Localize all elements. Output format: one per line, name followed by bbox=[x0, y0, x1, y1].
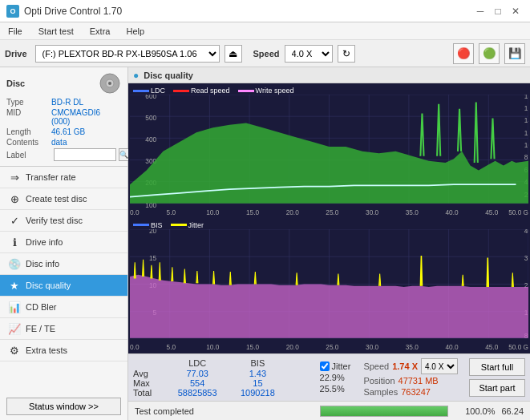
progress-percent: 100.0% bbox=[455, 406, 495, 416]
total-label: Total bbox=[133, 388, 165, 398]
verify-test-disc-label: Verify test disc bbox=[26, 216, 83, 225]
svg-text:50.0 GB: 50.0 GB bbox=[508, 342, 528, 351]
svg-text:25.0: 25.0 bbox=[326, 208, 338, 216]
avg-jitter: 22.9% bbox=[320, 373, 345, 382]
avg-ldc: 77.03 bbox=[165, 369, 229, 378]
drive-label: Drive bbox=[5, 49, 27, 59]
jitter-section: Jitter 22.9% 25.5% bbox=[315, 361, 356, 394]
save-button[interactable]: 💾 bbox=[504, 43, 525, 64]
refresh-button[interactable]: ↻ bbox=[338, 45, 355, 63]
ldc-legend-label: LDC bbox=[151, 87, 165, 95]
sidebar-item-verify-test-disc[interactable]: ✓ Verify test disc bbox=[0, 210, 127, 232]
start-part-button[interactable]: Start part bbox=[469, 379, 525, 397]
svg-text:20.0: 20.0 bbox=[286, 342, 299, 351]
sidebar-item-transfer-rate[interactable]: ⇒ Transfer rate bbox=[0, 167, 127, 188]
write-speed-legend-label: Write speed bbox=[256, 87, 294, 95]
stats-row: LDC BIS Avg 77.03 1.43 Max 554 bbox=[128, 353, 530, 401]
menu-help[interactable]: Help bbox=[123, 25, 148, 38]
maximize-button[interactable]: □ bbox=[490, 4, 506, 18]
speed-range-select[interactable]: 4.0 X bbox=[421, 358, 458, 374]
disc-info-label: Disc info bbox=[26, 259, 59, 269]
svg-text:45.0: 45.0 bbox=[485, 208, 498, 216]
bis-header: BIS bbox=[229, 357, 285, 369]
sidebar-item-drive-info[interactable]: ℹ Drive info bbox=[0, 232, 127, 253]
status-text: Test completed bbox=[135, 406, 314, 416]
svg-text:45.0: 45.0 bbox=[485, 342, 498, 351]
svg-text:16X: 16X bbox=[524, 104, 528, 113]
sidebar-item-extra-tests[interactable]: ⚙ Extra tests bbox=[0, 340, 127, 361]
max-position: 47731 MB bbox=[399, 376, 439, 386]
chart-header-icon: ● bbox=[133, 70, 139, 81]
svg-text:30.0: 30.0 bbox=[366, 342, 378, 351]
menubar: File Start test Extra Help bbox=[0, 22, 530, 40]
read-speed-legend-label: Read speed bbox=[191, 87, 230, 95]
drive-info-icon: ℹ bbox=[8, 236, 21, 248]
avg-bis: 1.43 bbox=[229, 369, 285, 378]
speed-select[interactable]: 4.0 X bbox=[285, 45, 333, 63]
mid-key: MID bbox=[6, 108, 51, 117]
label-input[interactable] bbox=[54, 148, 116, 161]
extra-tests-icon: ⚙ bbox=[8, 344, 21, 357]
menu-file[interactable]: File bbox=[5, 25, 26, 38]
disc-panel: Disc Type BD-R DL MID CMCMAGDI6 (000) Le… bbox=[0, 67, 127, 167]
action-btn-2[interactable]: 🟢 bbox=[479, 43, 500, 64]
sidebar-item-disc-info[interactable]: 💿 Disc info bbox=[0, 253, 127, 275]
sidebar-item-disc-quality[interactable]: ★ Disc quality bbox=[0, 275, 127, 297]
avg-jitter-row: 22.9% bbox=[320, 373, 351, 382]
bottom-chart-svg: 20 15 10 5 40% 32% 24% 16% 8% bbox=[130, 229, 528, 353]
svg-text:40%: 40% bbox=[524, 229, 528, 235]
read-speed-legend: Read speed bbox=[173, 87, 230, 95]
position-label: Position bbox=[363, 376, 394, 386]
svg-text:20.0: 20.0 bbox=[286, 208, 299, 216]
max-label: Max bbox=[133, 378, 165, 388]
svg-text:15.0: 15.0 bbox=[246, 208, 259, 216]
avg-row: Avg 77.03 1.43 bbox=[133, 369, 310, 378]
svg-text:32%: 32% bbox=[524, 253, 528, 262]
total-ldc: 58825853 bbox=[165, 388, 229, 398]
contents-val: data bbox=[51, 138, 121, 147]
action-btn-1[interactable]: 🔴 bbox=[453, 43, 474, 64]
jitter-checkbox[interactable] bbox=[320, 361, 330, 371]
transfer-rate-label: Transfer rate bbox=[26, 172, 76, 182]
max-jitter-row: 25.5% bbox=[320, 384, 351, 394]
total-bis: 1090218 bbox=[229, 388, 285, 398]
status-window-button[interactable]: Status window >> bbox=[6, 398, 121, 415]
svg-text:5.0: 5.0 bbox=[167, 342, 176, 351]
start-full-button[interactable]: Start full bbox=[469, 358, 525, 376]
sidebar-item-cd-bler[interactable]: 📊 CD Bler bbox=[0, 297, 127, 318]
fe-te-icon: 📈 bbox=[8, 322, 21, 335]
length-key: Length bbox=[6, 127, 51, 136]
svg-text:25.0: 25.0 bbox=[326, 342, 338, 351]
drive-select[interactable]: (F:) PLEXTOR BD-R PX-LB950SA 1.06 bbox=[35, 45, 220, 63]
disc-info-icon: 💿 bbox=[8, 257, 21, 270]
ldc-header: LDC bbox=[165, 357, 229, 369]
avg-label: Avg bbox=[133, 369, 165, 378]
menu-extra[interactable]: Extra bbox=[87, 25, 114, 38]
fe-te-label: FE / TE bbox=[26, 324, 55, 333]
svg-text:14X: 14X bbox=[524, 116, 528, 125]
app-icon: O bbox=[6, 5, 19, 18]
sidebar: Disc Type BD-R DL MID CMCMAGDI6 (000) Le… bbox=[0, 67, 128, 420]
minimize-button[interactable]: ─ bbox=[472, 4, 488, 18]
svg-point-2 bbox=[108, 82, 111, 85]
speed-stat-label: Speed bbox=[363, 361, 389, 371]
cd-bler-label: CD Bler bbox=[26, 302, 57, 312]
type-key: Type bbox=[6, 98, 51, 107]
sidebar-item-create-test-disc[interactable]: ⊕ Create test disc bbox=[0, 188, 127, 210]
menu-start-test[interactable]: Start test bbox=[35, 25, 77, 38]
disc-section-title: Disc bbox=[6, 79, 25, 88]
svg-text:0.0: 0.0 bbox=[130, 208, 140, 216]
chart-header: ● Disc quality bbox=[128, 67, 530, 83]
sidebar-item-fe-te[interactable]: 📈 FE / TE bbox=[0, 318, 127, 340]
charts-wrapper: LDC Read speed Write speed bbox=[128, 83, 530, 353]
ldc-legend: LDC bbox=[133, 87, 165, 95]
write-speed-legend: Write speed bbox=[238, 87, 294, 95]
svg-text:40.0: 40.0 bbox=[445, 342, 458, 351]
progress-fill bbox=[321, 406, 447, 416]
length-val: 46.61 GB bbox=[51, 127, 121, 136]
window-controls: ─ □ ✕ bbox=[472, 4, 524, 18]
eject-button[interactable]: ⏏ bbox=[225, 45, 242, 63]
speed-section: Speed 1.74 X 4.0 X Position 47731 MB Sam… bbox=[360, 358, 461, 397]
close-button[interactable]: ✕ bbox=[508, 4, 524, 18]
disc-quality-icon: ★ bbox=[8, 279, 21, 292]
